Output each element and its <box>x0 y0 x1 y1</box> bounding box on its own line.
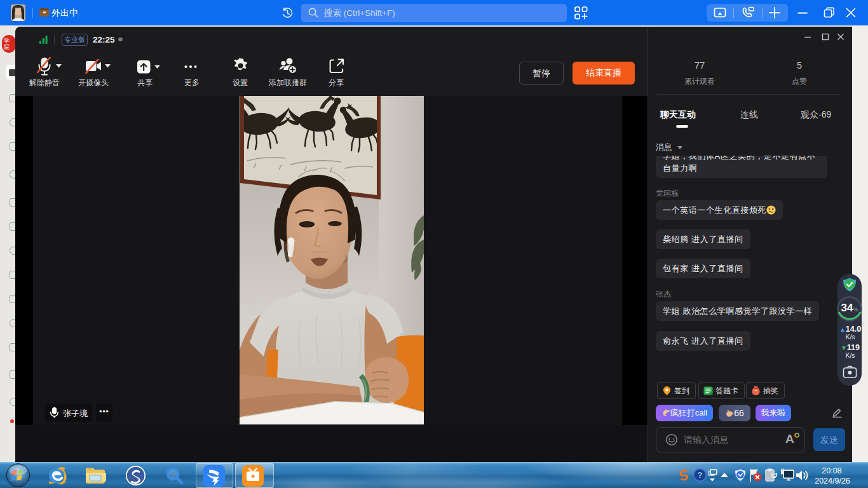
svg-text:?: ? <box>698 470 703 480</box>
